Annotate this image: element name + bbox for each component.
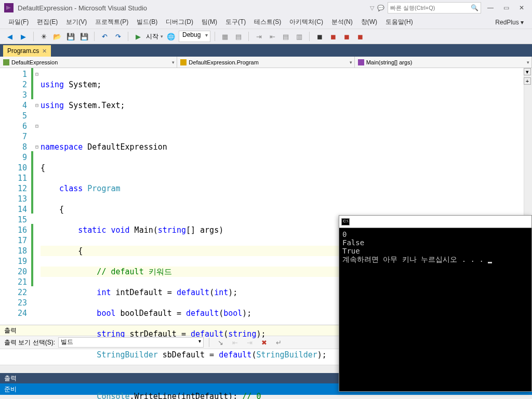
start-play-icon[interactable]: ▶ <box>132 31 144 42</box>
menu-project[interactable]: 프로젝트(P) <box>91 16 132 29</box>
nav-method[interactable]: Main(string[] args) <box>355 57 532 68</box>
save-icon[interactable]: 💾 <box>65 31 76 42</box>
notifications-icon[interactable]: ▽ <box>370 5 374 11</box>
toolbar: ◀ ▶ ✳ 📂 💾 💾 ↶ ↷ ▶ 시작 ▾ 🌐 Debug ▦ ▤ ⇥ ⇤ ▤… <box>0 29 532 44</box>
outdent-icon[interactable]: ⇤ <box>267 31 278 42</box>
back-icon[interactable]: ◀ <box>4 31 16 42</box>
menu-tools[interactable]: 도구(T) <box>221 16 250 29</box>
method-icon <box>358 59 364 65</box>
search-icon[interactable]: 🔍 <box>471 4 478 11</box>
line-numbers: 1234 5678 9101112 13141516 17181920 2122… <box>0 68 31 325</box>
title-bar: DefaultExpression - Microsoft Visual Stu… <box>0 0 532 16</box>
feedback-icon[interactable]: 💬 <box>377 5 384 11</box>
new-tool-icon[interactable]: + <box>524 77 531 85</box>
undo-icon[interactable]: ↶ <box>99 31 110 42</box>
new-project-icon[interactable]: ✳ <box>38 31 49 42</box>
user-menu[interactable]: RedPlus ▾ <box>491 17 528 28</box>
start-label[interactable]: 시작 <box>146 32 158 41</box>
vs-logo-icon <box>4 3 14 12</box>
context-nav: DefaultExpression DefaultExpression.Prog… <box>0 57 532 68</box>
config-dropdown[interactable]: Debug <box>179 31 210 42</box>
bookmark-prev-icon[interactable]: ◼ <box>341 31 352 42</box>
quick-launch-input[interactable] <box>390 5 471 11</box>
tab-close-icon[interactable]: ✕ <box>42 48 47 55</box>
split-icon[interactable]: ▾ <box>524 68 531 75</box>
nav-namespace[interactable]: DefaultExpression <box>0 57 177 68</box>
console-output: 0FalseTrue계속하려면 아무 키나 누르십시오 . . . <box>339 228 531 265</box>
bookmark-icon[interactable]: ◼ <box>314 31 325 42</box>
console-window[interactable]: C:\ 0FalseTrue계속하려면 아무 키나 누르십시오 . . . <box>339 215 532 392</box>
cmd-icon: C:\ <box>341 218 350 225</box>
menu-file[interactable]: 파일(F) <box>4 16 33 29</box>
forward-icon[interactable]: ▶ <box>18 31 29 42</box>
bookmark-next-icon[interactable]: ◼ <box>327 31 339 42</box>
nav-class[interactable]: DefaultExpression.Program <box>177 57 354 68</box>
menu-window[interactable]: 창(W) <box>357 16 381 29</box>
open-icon[interactable]: 📂 <box>51 31 63 42</box>
browser-icon[interactable]: 🌐 <box>165 31 177 42</box>
quick-launch[interactable]: 🔍 <box>388 2 481 14</box>
fold-column[interactable]: ⊟⊟⊟⊟ <box>33 68 41 325</box>
console-titlebar[interactable]: C:\ <box>339 216 531 228</box>
status-text: 준비 <box>4 385 17 394</box>
menu-edit[interactable]: 편집(E) <box>33 16 62 29</box>
menu-arch[interactable]: 아키텍처(C) <box>285 16 327 29</box>
menu-build[interactable]: 빌드(B) <box>132 16 162 29</box>
class-icon <box>180 59 187 65</box>
tab-label: Program.cs <box>7 47 39 55</box>
tool-icon-1[interactable]: ▦ <box>219 31 231 42</box>
menu-analyze[interactable]: 분석(N) <box>327 16 357 29</box>
uncomment-icon[interactable]: ▥ <box>294 31 305 42</box>
menu-debug[interactable]: 디버그(D) <box>162 16 197 29</box>
cursor-icon <box>488 262 492 263</box>
redo-icon[interactable]: ↷ <box>112 31 124 42</box>
save-all-icon[interactable]: 💾 <box>78 31 90 42</box>
tab-active[interactable]: Program.cs ✕ <box>3 45 51 57</box>
tool-icon-2[interactable]: ▤ <box>233 31 244 42</box>
menu-help[interactable]: 도움말(H) <box>381 16 417 29</box>
output-source-dropdown[interactable]: 빌드 <box>58 337 204 348</box>
menu-view[interactable]: 보기(V) <box>62 16 91 29</box>
cs-file-icon <box>3 59 9 65</box>
minimize-button[interactable]: — <box>484 2 497 14</box>
document-tabs: Program.cs ✕ <box>0 44 532 57</box>
indent-icon[interactable]: ⇥ <box>253 31 264 42</box>
menu-team[interactable]: 팀(M) <box>197 16 221 29</box>
window-title: DefaultExpression - Microsoft Visual Stu… <box>18 4 370 12</box>
menu-test[interactable]: 테스트(S) <box>250 16 285 29</box>
close-button[interactable]: ✕ <box>515 2 528 14</box>
comment-icon[interactable]: ▤ <box>280 31 291 42</box>
menu-bar: 파일(F) 편집(E) 보기(V) 프로젝트(P) 빌드(B) 디버그(D) 팀… <box>0 16 532 29</box>
restore-button[interactable]: ▭ <box>500 2 512 14</box>
bookmark-clear-icon[interactable]: ◼ <box>354 31 366 42</box>
